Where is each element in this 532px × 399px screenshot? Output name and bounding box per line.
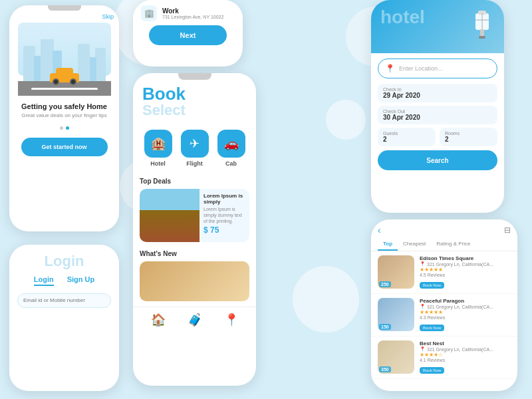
hotel-info-2: Peaceful Paragon 📍 321 Gregory Ln, Calif… <box>420 298 511 332</box>
guests-rooms-row: Guests 2 Rooms 2 <box>378 128 497 146</box>
flight-category[interactable]: ✈ Flight <box>181 130 209 167</box>
hotel-search-phone: hotel 📍 Enter Location... Check In 29 Ap… <box>371 0 504 213</box>
hotel-name-1: Edison Times Square <box>420 255 511 261</box>
cab-category[interactable]: 🚗 Cab <box>217 130 245 167</box>
deal-name: Lorem Ipsum is simply <box>203 193 245 205</box>
search-button[interactable]: Search <box>378 150 497 170</box>
top-deals-section: Top Deals Lorem Ipsum is simply Lorem Ip… <box>133 172 256 245</box>
tab-top[interactable]: Top <box>378 238 398 251</box>
new-card[interactable] <box>140 261 249 301</box>
hotel-location-2: 📍 321 Gregory Ln, California(CA... <box>420 304 511 309</box>
hotel-reviews-1: 4.5 Reviews <box>420 273 511 277</box>
work-section: 🏢 Work 731 Lexington Ave, NY 10022 <box>133 0 243 25</box>
login-tabs: Login Sign Up <box>17 275 111 286</box>
phone-notch <box>48 5 81 11</box>
rooms-field[interactable]: Rooms 2 <box>440 128 497 146</box>
svg-point-6 <box>481 36 485 39</box>
back-button[interactable]: ‹ <box>378 225 381 235</box>
location-search-bar[interactable]: 📍 Enter Location... <box>378 59 497 78</box>
get-started-button[interactable]: Get started now <box>21 138 108 156</box>
hotel-thumb-2: 150 <box>378 298 414 331</box>
guests-field[interactable]: Guests 2 <box>378 128 436 146</box>
taxi-illustration <box>50 68 79 82</box>
whats-new-section: What's New <box>133 245 256 304</box>
guests-value: 2 <box>383 136 430 143</box>
login-phone: Login Login Sign Up <box>9 245 119 391</box>
hotel-result-1[interactable]: 250 Edison Times Square 📍 321 Gregory Ln… <box>371 251 517 294</box>
work-icon: 🏢 <box>141 5 157 21</box>
hotel-thumb-3: 350 <box>378 340 414 374</box>
location-placeholder: Enter Location... <box>399 65 443 72</box>
hotel-price-1: 250 <box>379 281 391 287</box>
category-tabs: 🏨 Hotel ✈ Flight 🚗 Cab <box>133 124 256 172</box>
hotel-reviews-3: 4.1 Reviews <box>420 358 511 362</box>
onboarding-subtitle: Great value deals on your finger tips <box>21 112 107 118</box>
hotel-price-2: 150 <box>379 324 391 330</box>
guests-label: Guests <box>383 131 430 136</box>
work-label: Work <box>162 7 223 15</box>
hotel-info-1: Edison Times Square 📍 321 Gregory Ln, Ca… <box>420 255 511 289</box>
hotel-name-3: Best Nest <box>420 340 511 346</box>
rooms-label: Rooms <box>445 131 492 136</box>
phone-notch <box>178 73 211 80</box>
hotel-form: Check In 29 Apr 2020 Check Out 30 Apr 20… <box>371 84 504 170</box>
hotel-result-2[interactable]: 150 Peaceful Paragon 📍 321 Gregory Ln, C… <box>371 294 517 336</box>
results-tabs: Top Cheapest Rating & Price <box>371 238 517 251</box>
signup-tab[interactable]: Sign Up <box>67 275 95 286</box>
check-in-field[interactable]: Check In 29 Apr 2020 <box>378 84 497 102</box>
city-illustration <box>18 23 111 96</box>
hotel-label: Hotel <box>150 160 166 167</box>
tab-rating-price[interactable]: Rating & Price <box>431 238 475 251</box>
deal-price: $ 75 <box>203 225 245 235</box>
book-now-button-2[interactable]: Book Now <box>420 325 444 331</box>
location-pin-icon: 📍 <box>420 304 426 309</box>
hotel-icon: 🏨 <box>144 130 172 158</box>
hotel-category[interactable]: 🏨 Hotel <box>144 130 172 167</box>
pagination-dots <box>60 126 69 130</box>
location-pin-icon: 📍 <box>385 64 395 73</box>
hotel-stars-1: ★★★★★ <box>420 267 511 273</box>
results-header: ‹ ⊟ <box>371 219 517 238</box>
location-pin-icon: 📍 <box>420 261 426 267</box>
login-tab[interactable]: Login <box>34 275 54 286</box>
book-subtitle: Select <box>142 102 247 119</box>
top-deals-title: Top Deals <box>140 178 249 185</box>
check-in-value: 29 Apr 2020 <box>383 92 492 99</box>
hotel-location-3: 📍 321 Gregory Ln, California(CA... <box>420 346 511 352</box>
hotel-result-3[interactable]: 350 Best Nest 📍 321 Gregory Ln, Californ… <box>371 336 517 379</box>
email-input[interactable] <box>17 293 111 308</box>
hotel-thumb-1: 250 <box>378 255 414 289</box>
hotel-reviews-2: 4.3 Reviews <box>420 315 511 320</box>
check-in-label: Check In <box>383 87 492 92</box>
deal-image <box>140 189 200 242</box>
book-phone: Book Select 🏨 Hotel ✈ Flight 🚗 Cab Top D… <box>133 73 256 386</box>
check-out-value: 30 Apr 2020 <box>383 114 492 121</box>
cab-icon: 🚗 <box>217 130 245 158</box>
flight-icon: ✈ <box>181 130 209 158</box>
check-out-field[interactable]: Check Out 30 Apr 2020 <box>378 106 497 124</box>
hotel-hero-image: hotel <box>371 0 504 53</box>
cab-label: Cab <box>225 160 237 167</box>
hotel-price-3: 350 <box>379 366 391 372</box>
dot-2[interactable] <box>66 126 69 130</box>
location-nav-icon[interactable]: 📍 <box>224 313 239 327</box>
tab-cheapest[interactable]: Cheapest <box>398 238 431 251</box>
login-title: Login <box>17 253 111 270</box>
book-now-button-3[interactable]: Book Now <box>420 367 444 374</box>
hotel-name-2: Peaceful Paragon <box>420 298 511 304</box>
whats-new-title: What's New <box>140 250 249 257</box>
hotel-stars-3: ★★★★☆ <box>420 352 511 358</box>
bag-nav-icon[interactable]: 🧳 <box>188 313 202 327</box>
hotel-location-1: 📍 321 Gregory Ln, California(CA... <box>420 261 511 267</box>
next-button[interactable]: Next <box>149 25 227 45</box>
hotel-bg-title: hotel <box>380 7 425 28</box>
bottom-nav: 🏠 🧳 📍 <box>133 307 256 330</box>
work-phone: 🏢 Work 731 Lexington Ave, NY 10022 Next <box>133 0 243 66</box>
filter-icon[interactable]: ⊟ <box>504 225 511 235</box>
dot-1[interactable] <box>60 126 63 130</box>
deal-card[interactable]: Lorem Ipsum is simply Lorem Ipsum is sim… <box>140 189 249 242</box>
book-now-button-1[interactable]: Book Now <box>420 282 444 289</box>
home-nav-icon[interactable]: 🏠 <box>151 313 166 327</box>
onboarding-title: Getting you safely Home <box>21 102 107 110</box>
work-address: 731 Lexington Ave, NY 10022 <box>162 15 223 19</box>
